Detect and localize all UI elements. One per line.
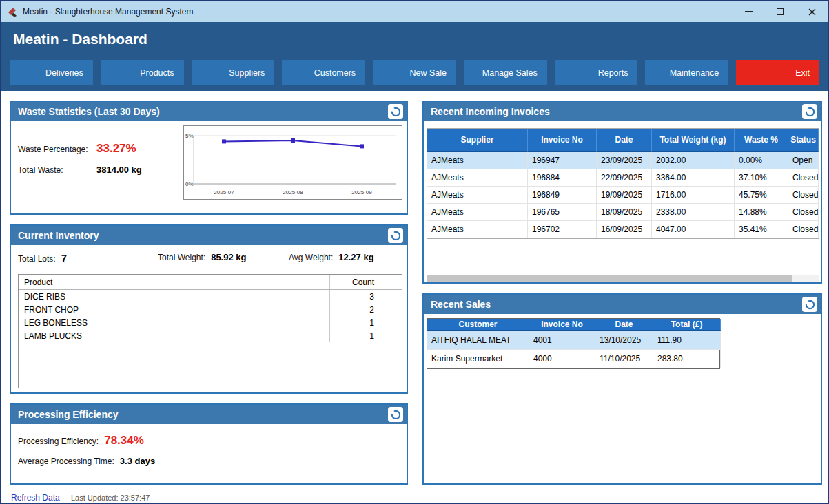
invoice-row[interactable]: AJMeats 196947 23/09/2025 2032.00 0.00% … — [427, 152, 819, 169]
sales-col-invoice-no: Invoice No — [529, 319, 595, 331]
sale-cell[interactable]: 13/10/2025 — [595, 331, 653, 350]
avg-processing-time-label: Average Processing Time: — [18, 456, 114, 466]
inventory-refresh-button[interactable] — [388, 228, 403, 243]
invoice-cell[interactable]: 196765 — [528, 204, 597, 221]
nav-maintenance-button[interactable]: Maintenance — [645, 60, 728, 85]
inventory-row[interactable]: LEG BONELESS 1 — [19, 316, 402, 329]
invoice-cell[interactable]: AJMeats — [427, 204, 528, 221]
invoices-refresh-button[interactable] — [802, 104, 817, 119]
sales-table-header: Customer Invoice No Date Total (£) — [427, 319, 719, 331]
sales-col-total: Total (£) — [653, 319, 721, 331]
invoice-cell[interactable]: AJMeats — [427, 221, 528, 238]
app-icon — [7, 6, 18, 17]
current-inventory-header: Current Inventory — [11, 226, 407, 245]
product-count: 1 — [329, 316, 402, 329]
invoice-cell[interactable]: 196702 — [528, 221, 597, 238]
invoice-row[interactable]: AJMeats 196884 22/09/2025 3364.00 37.10%… — [427, 169, 819, 187]
invoices-horizontal-scrollbar[interactable] — [427, 275, 819, 282]
invoice-cell[interactable]: 18/09/2025 — [597, 204, 652, 221]
sale-cell[interactable]: 111.90 — [653, 331, 721, 350]
total-lots-label: Total Lots: — [18, 254, 56, 264]
current-inventory-panel: Current Inventory Total Lots: 7 Total We… — [10, 224, 408, 394]
invoice-cell[interactable]: 2338.00 — [652, 204, 735, 221]
invoice-row[interactable]: AJMeats 196765 18/09/2025 2338.00 14.88%… — [427, 204, 819, 221]
invoice-cell[interactable]: AJMeats — [427, 169, 528, 187]
invoice-cell[interactable]: 23/09/2025 — [597, 152, 652, 169]
close-button[interactable] — [796, 1, 828, 22]
invoice-cell[interactable]: 45.75% — [735, 187, 788, 204]
nav-reports-button[interactable]: Reports — [555, 60, 638, 85]
invoice-cell[interactable]: 2032.00 — [652, 152, 735, 169]
inventory-row[interactable]: LAMB PLUCKS 1 — [19, 329, 402, 342]
avg-weight-label: Avg Weight: — [289, 253, 333, 262]
invoice-cell[interactable]: 16/09/2025 — [597, 221, 652, 238]
product-count: 3 — [329, 290, 402, 303]
invoices-col-status: Status — [788, 129, 819, 152]
waste-statistics-header: Waste Statistics (Last 30 Days) — [11, 102, 407, 121]
total-waste-label: Total Waste: — [18, 165, 91, 175]
inventory-table: Product Count DICE RIBS 3 FRONT CHOP 2 L… — [18, 274, 402, 388]
scrollbar-thumb[interactable] — [427, 275, 792, 282]
waste-trend-chart: 5% 0% 2025-07 2025-08 2025-09 — [183, 125, 402, 200]
inventory-col-count: Count — [329, 275, 402, 289]
inventory-row[interactable]: FRONT CHOP 2 — [19, 303, 402, 316]
invoice-cell[interactable]: 4047.00 — [652, 221, 735, 238]
sale-cell[interactable]: 4001 — [529, 331, 595, 350]
processing-efficiency-title: Processing Efficiency — [18, 409, 119, 420]
avg-processing-time-value: 3.3 days — [120, 456, 155, 466]
sales-col-date: Date — [595, 319, 653, 331]
titlebar[interactable]: Meatin - Slaughterhouse Management Syste… — [1, 1, 828, 22]
invoices-col-invoice-no: Invoice No — [528, 129, 597, 152]
invoice-cell[interactable]: 14.88% — [735, 204, 788, 221]
sale-cell[interactable]: AITFIQ HALAL MEAT — [427, 331, 529, 350]
invoice-cell[interactable]: Closed — [788, 221, 819, 238]
main-content: Waste Statistics (Last 30 Days) Waste Pe… — [1, 91, 828, 503]
invoice-cell[interactable]: Closed — [788, 204, 819, 221]
sale-row[interactable]: AITFIQ HALAL MEAT 4001 13/10/2025 111.90 — [427, 331, 719, 350]
invoice-row[interactable]: AJMeats 196849 19/09/2025 1716.00 45.75%… — [427, 187, 819, 204]
sale-cell[interactable]: 4000 — [529, 350, 595, 368]
waste-refresh-button[interactable] — [388, 104, 403, 119]
invoice-cell[interactable]: AJMeats — [427, 152, 528, 169]
nav-manage-sales-button[interactable]: Manage Sales — [464, 60, 547, 85]
nav-new-sale-button[interactable]: New Sale — [373, 60, 456, 85]
nav-exit-button[interactable]: Exit — [736, 60, 819, 85]
invoice-cell[interactable]: 3364.00 — [652, 169, 735, 187]
invoice-cell[interactable]: Closed — [788, 187, 819, 204]
invoice-cell[interactable]: 196849 — [528, 187, 597, 204]
sale-cell[interactable]: 283.80 — [653, 350, 721, 368]
invoice-cell[interactable]: 35.41% — [735, 221, 788, 238]
invoice-cell[interactable]: 196947 — [528, 152, 597, 169]
invoice-cell[interactable]: 37.10% — [735, 169, 788, 187]
invoice-cell[interactable]: 196884 — [528, 169, 597, 187]
invoices-col-waste: Waste % — [735, 129, 788, 152]
refresh-icon — [805, 107, 815, 117]
nav-products-button[interactable]: Products — [101, 60, 184, 85]
sale-row[interactable]: Karim Supermarket 4000 11/10/2025 283.80 — [427, 350, 719, 368]
total-waste-value: 3814.00 kg — [96, 165, 142, 175]
sale-cell[interactable]: Karim Supermarket — [427, 350, 529, 368]
invoice-cell[interactable]: AJMeats — [427, 187, 528, 204]
invoice-cell[interactable]: 1716.00 — [652, 187, 735, 204]
nav-suppliers-button[interactable]: Suppliers — [192, 60, 275, 85]
invoice-cell[interactable]: Open — [788, 152, 819, 169]
invoice-cell[interactable]: Closed — [788, 169, 819, 187]
product-count: 1 — [329, 329, 402, 342]
refresh-data-link[interactable]: Refresh Data — [11, 493, 60, 503]
nav-customers-button[interactable]: Customers — [282, 60, 365, 85]
inventory-col-product: Product — [19, 277, 329, 287]
invoice-row[interactable]: AJMeats 196702 16/09/2025 4047.00 35.41%… — [427, 221, 819, 238]
sales-refresh-button[interactable] — [802, 297, 817, 312]
maximize-button[interactable] — [764, 1, 796, 22]
invoices-table-header: Supplier Invoice No Date Total Weight (k… — [427, 129, 819, 152]
invoice-cell[interactable]: 19/09/2025 — [597, 187, 652, 204]
xtick-3: 2025-09 — [351, 189, 372, 196]
minimize-button[interactable] — [733, 1, 764, 22]
processing-refresh-button[interactable] — [388, 407, 403, 422]
inventory-row[interactable]: DICE RIBS 3 — [19, 290, 402, 303]
nav-deliveries-button[interactable]: Deliveries — [10, 60, 93, 85]
sale-cell[interactable]: 11/10/2025 — [595, 350, 653, 368]
product-name: LEG BONELESS — [19, 318, 329, 328]
invoice-cell[interactable]: 22/09/2025 — [597, 169, 652, 187]
invoice-cell[interactable]: 0.00% — [735, 152, 788, 169]
